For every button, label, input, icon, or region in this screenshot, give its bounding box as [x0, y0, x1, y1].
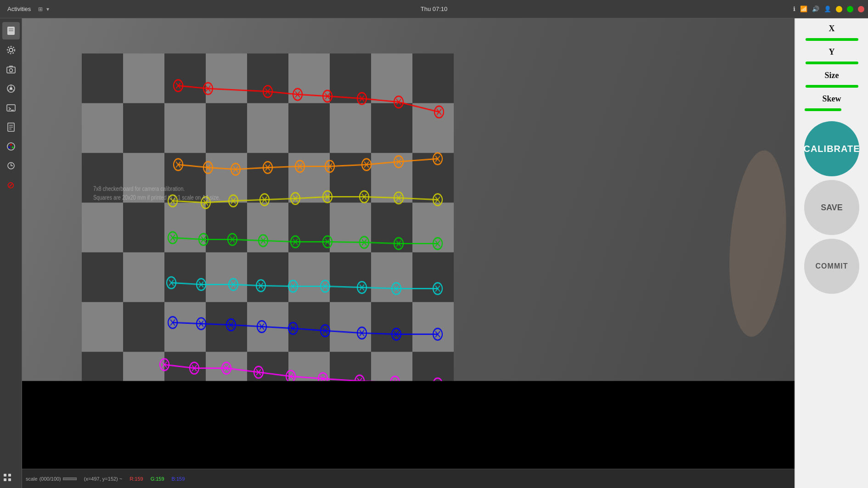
right-panel: X Y Size Skew CALIBRATE SAVE COMMIT — [795, 18, 868, 488]
sidebar-item-chrome[interactable] — [2, 80, 20, 97]
skew-slider[interactable] — [805, 108, 841, 111]
topbar-right: ℹ 📶 🔊 👤 — [793, 6, 864, 12]
status-bar: scale (000/100) (x=497, y=152) ~ R:159 G… — [22, 469, 795, 488]
sidebar: ⊘ — [0, 18, 22, 488]
blue-value: B:159 — [172, 476, 185, 482]
grid-icon: ⊞ — [38, 6, 43, 12]
user-icon: 👤 — [824, 6, 831, 12]
main-layout: ⊘ scale (000/100) (x=497, y=152) ~ R:159… — [0, 18, 868, 488]
sidebar-item-block[interactable]: ⊘ — [2, 176, 20, 194]
svg-point-6 — [9, 69, 12, 72]
svg-point-3 — [9, 48, 13, 52]
network-icon: 📶 — [800, 6, 807, 12]
svg-rect-2 — [9, 30, 13, 31]
size-slider[interactable] — [806, 85, 858, 88]
volume-icon: 🔊 — [812, 6, 819, 12]
save-button[interactable]: SAVE — [804, 180, 859, 235]
y-label: Y — [829, 47, 835, 57]
svg-rect-26 — [8, 478, 11, 481]
commit-button[interactable]: COMMIT — [804, 239, 859, 294]
svg-point-21 — [8, 146, 10, 148]
activities-button[interactable]: Activities — [4, 4, 34, 14]
skew-label: Skew — [822, 94, 841, 104]
topbar-time: Thu 07:10 — [421, 6, 448, 12]
sidebar-item-update[interactable] — [2, 157, 20, 174]
svg-point-4 — [7, 46, 15, 54]
svg-point-20 — [12, 146, 14, 148]
camera-view — [22, 18, 795, 469]
topbar: Activities ⊞ ▾ Thu 07:10 ℹ 📶 🔊 👤 — [0, 0, 868, 18]
minimize-button[interactable] — [836, 6, 842, 12]
sidebar-item-camera[interactable] — [2, 61, 20, 78]
svg-rect-24 — [8, 474, 11, 477]
topbar-left: Activities ⊞ ▾ — [0, 4, 49, 14]
size-label: Size — [825, 71, 839, 80]
coord-display: (x=497, y=152) ~ — [84, 476, 122, 482]
calibrate-button[interactable]: CALIBRATE — [804, 121, 859, 176]
svg-rect-23 — [4, 474, 6, 477]
sidebar-item-settings[interactable] — [2, 41, 20, 59]
info-icon: ℹ — [793, 6, 795, 12]
scale-bar — [63, 477, 77, 480]
close-button[interactable] — [858, 6, 864, 12]
sidebar-item-color[interactable] — [2, 138, 20, 155]
sidebar-item-terminal[interactable] — [2, 99, 20, 117]
sidebar-item-document[interactable] — [2, 118, 20, 136]
scale-label: scale — [26, 476, 38, 482]
x-label: X — [829, 24, 835, 34]
svg-rect-1 — [9, 28, 13, 29]
maximize-button[interactable] — [847, 6, 853, 12]
sidebar-item-files[interactable] — [2, 22, 20, 39]
green-value: G:159 — [151, 476, 164, 482]
svg-point-19 — [10, 144, 12, 146]
y-slider[interactable] — [806, 62, 858, 64]
x-slider[interactable] — [806, 38, 858, 41]
red-value: R:159 — [130, 476, 143, 482]
checkerboard-canvas — [22, 18, 795, 469]
dropdown-icon: ▾ — [46, 6, 49, 12]
apps-grid-icon[interactable] — [2, 472, 12, 484]
scale-indicator: scale (000/100) — [26, 476, 77, 482]
content-area: scale (000/100) (x=497, y=152) ~ R:159 G… — [22, 18, 795, 488]
svg-point-8 — [10, 87, 12, 90]
scale-value: (000/100) — [39, 476, 61, 482]
svg-rect-25 — [4, 478, 6, 481]
